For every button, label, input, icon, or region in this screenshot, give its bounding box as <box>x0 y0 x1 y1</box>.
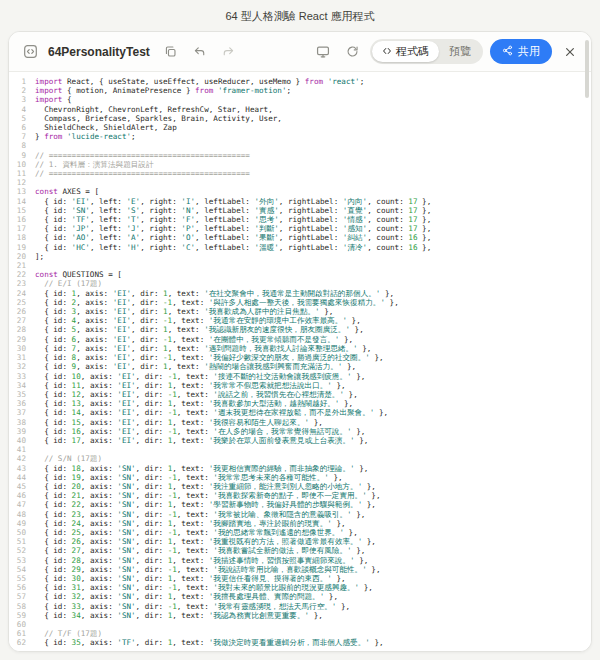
code-line: 22const QUESTIONS = [ <box>9 270 591 279</box>
page: 64 型人格測驗 React 應用程式 64PersonalityTest <box>0 0 600 660</box>
line-number: 29 <box>9 335 35 344</box>
code-line: 17 { id: 'JP', left: 'J', right: 'P', le… <box>9 224 591 233</box>
line-number: 36 <box>9 399 35 408</box>
code-line-text: // =====================================… <box>35 169 250 178</box>
code-line: 57 { id: 32, axis: 'SN', dir: 1, text: '… <box>9 592 591 601</box>
line-number: 10 <box>9 160 35 169</box>
code-line: 31 { id: 8, axis: 'EI', dir: -1, text: '… <box>9 353 591 362</box>
line-number: 58 <box>9 602 35 611</box>
line-number: 4 <box>9 105 35 114</box>
redo-icon[interactable] <box>218 41 240 63</box>
tab-preview-label: 預覽 <box>449 44 471 59</box>
code-line-text: { id: 1, axis: 'EI', dir: 1, text: '在社交聚… <box>35 289 394 298</box>
code-line-text: const AXES = [ <box>35 187 99 196</box>
code-line: 48 { id: 23, axis: 'SN', dir: -1, text: … <box>9 510 591 519</box>
line-number: 50 <box>9 528 35 537</box>
code-line: 44 { id: 19, axis: 'SN', dir: -1, text: … <box>9 473 591 482</box>
toolbar: 64PersonalityTest <box>9 32 591 72</box>
artifact-icon <box>19 41 41 63</box>
code-line: 61 // T/F (17題) <box>9 629 591 638</box>
code-line-text: { id: 27, axis: 'SN', dir: -1, text: '我喜… <box>35 546 365 555</box>
line-number: 54 <box>9 565 35 574</box>
line-number: 19 <box>9 243 35 252</box>
refresh-icon[interactable] <box>341 41 363 63</box>
code-line: 2import { motion, AnimatePresence } from… <box>9 86 591 95</box>
code-line: 54 { id: 29, axis: 'SN', dir: -1, text: … <box>9 565 591 574</box>
scrollbar[interactable] <box>585 40 589 98</box>
code-line-text: ChevronRight, ChevronLeft, RefreshCw, St… <box>35 105 273 114</box>
code-line: 42 // S/N (17題) <box>9 454 591 463</box>
code-line-text: { id: 4, axis: 'EI', dir: -1, text: '我通常… <box>35 316 361 325</box>
code-line: 50 { id: 25, axis: 'SN', dir: -1, text: … <box>9 528 591 537</box>
line-number: 21 <box>9 261 35 270</box>
code-line: 24 { id: 1, axis: 'EI', dir: 1, text: '在… <box>9 289 591 298</box>
code-line-text: { id: 29, axis: 'SN', dir: -1, text: '我說… <box>35 565 381 574</box>
code-line: 1import React, { useState, useEffect, us… <box>9 77 591 86</box>
code-line-text: { id: 25, axis: 'SN', dir: -1, text: '我的… <box>35 528 358 537</box>
line-number: 24 <box>9 289 35 298</box>
line-number: 28 <box>9 325 35 334</box>
code-line-text: Compass, Briefcase, Sparkles, Brain, Act… <box>35 114 282 123</box>
code-line: 14 { id: 'EI', left: 'E', right: 'I', le… <box>9 197 591 206</box>
tab-code-label: 程式碼 <box>396 44 429 59</box>
code-line-text: { id: 24, axis: 'SN', dir: 1, text: '我腳踏… <box>35 519 346 528</box>
code-line-text: { id: 14, axis: 'EI', dir: -1, text: '週末… <box>35 408 388 417</box>
code-line: 10// 1. 資料層：演算法與題目設計 <box>9 160 591 169</box>
line-number: 33 <box>9 372 35 381</box>
artifact-title[interactable]: 64PersonalityTest <box>48 45 150 59</box>
tab-code[interactable]: 程式碼 <box>372 41 439 62</box>
monitor-icon[interactable] <box>312 41 334 63</box>
line-number: 30 <box>9 344 35 353</box>
code-line: 9// ====================================… <box>9 151 591 160</box>
line-number: 2 <box>9 86 35 95</box>
code-line-text: { id: 'TF', left: 'T', right: 'F', leftL… <box>35 215 431 224</box>
code-line: 28 { id: 5, axis: 'EI', dir: 1, text: '我… <box>9 325 591 334</box>
code-line-text: { id: 19, axis: 'SN', dir: -1, text: '我常… <box>35 473 343 482</box>
code-line-text: { id: 9, axis: 'EI', dir: 1, text: '熱鬧的場… <box>35 362 356 371</box>
line-number: 8 <box>9 141 35 150</box>
line-number: 51 <box>9 537 35 546</box>
code-line: 55 { id: 30, axis: 'SN', dir: 1, text: '… <box>9 574 591 583</box>
code-line-text: { id: 16, axis: 'EI', dir: -1, text: '在人… <box>35 427 365 436</box>
code-line-text: { id: 30, axis: 'SN', dir: 1, text: '我更信… <box>35 574 346 583</box>
code-line-text: { id: 21, axis: 'SN', dir: -1, text: '我喜… <box>35 491 381 500</box>
code-line-text: { id: 17, axis: 'EI', dir: 1, text: '我樂於… <box>35 436 368 445</box>
line-number: 3 <box>9 95 35 104</box>
code-line: 62 { id: 35, axis: 'TF', dir: 1, text: '… <box>9 638 591 647</box>
line-number: 32 <box>9 362 35 371</box>
line-number: 6 <box>9 123 35 132</box>
line-number: 44 <box>9 473 35 482</box>
code-line: 39 { id: 16, axis: 'EI', dir: -1, text: … <box>9 427 591 436</box>
code-line-text: { id: 8, axis: 'EI', dir: -1, text: '我偏好… <box>35 353 384 362</box>
line-number: 60 <box>9 620 35 629</box>
code-line-text: { id: 15, axis: 'EI', dir: 1, text: '我很容… <box>35 418 323 427</box>
line-number: 46 <box>9 491 35 500</box>
line-number: 38 <box>9 418 35 427</box>
code-line-text: { id: 'JP', left: 'J', right: 'P', leftL… <box>35 224 431 233</box>
code-line: 21 <box>9 261 591 270</box>
code-line: 34 { id: 11, axis: 'EI', dir: 1, text: '… <box>9 381 591 390</box>
line-number: 56 <box>9 583 35 592</box>
code-line-text: { id: 12, axis: 'EI', dir: -1, text: '說話… <box>35 390 358 399</box>
code-line: 32 { id: 9, axis: 'EI', dir: 1, text: '熱… <box>9 362 591 371</box>
line-number: 39 <box>9 427 35 436</box>
close-icon[interactable] <box>559 41 581 63</box>
code-line-text: // =====================================… <box>35 151 250 160</box>
copy-icon[interactable] <box>160 41 182 63</box>
line-number: 48 <box>9 510 35 519</box>
code-line-text: // S/N (17題) <box>35 454 102 463</box>
tab-preview[interactable]: 預覽 <box>439 41 481 62</box>
code-line: 8 <box>9 141 591 150</box>
code-line-text: import React, { useState, useEffect, use… <box>35 77 364 86</box>
code-editor[interactable]: 1import React, { useState, useEffect, us… <box>9 72 591 651</box>
code-line-text: ]; <box>35 252 44 261</box>
code-line: 36 { id: 13, axis: 'EI', dir: 1, text: '… <box>9 399 591 408</box>
code-line: 3import { <box>9 95 591 104</box>
undo-icon[interactable] <box>189 41 211 63</box>
line-number: 52 <box>9 546 35 555</box>
view-toggle: 程式碼 預覽 <box>370 39 483 64</box>
line-number: 55 <box>9 574 35 583</box>
line-number: 7 <box>9 132 35 141</box>
code-line: 6 ShieldCheck, ShieldAlert, Zap <box>9 123 591 132</box>
share-button[interactable]: 共用 <box>490 39 552 64</box>
